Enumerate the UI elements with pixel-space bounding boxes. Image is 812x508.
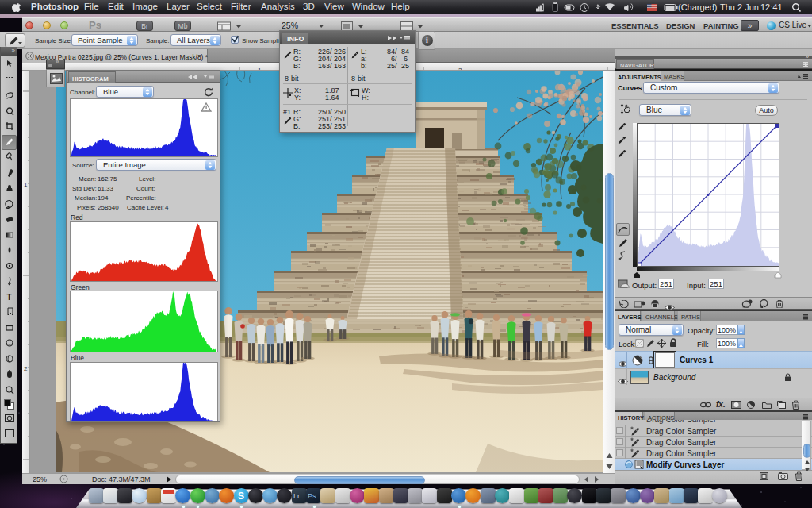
svg-text:T: T <box>7 293 12 302</box>
svg-text:S: S <box>238 491 244 502</box>
svg-text:2: 2 <box>24 365 28 372</box>
svg-text:1: 1 <box>24 181 28 188</box>
svg-text:Lr: Lr <box>293 492 300 500</box>
svg-text:Ps: Ps <box>308 492 316 500</box>
